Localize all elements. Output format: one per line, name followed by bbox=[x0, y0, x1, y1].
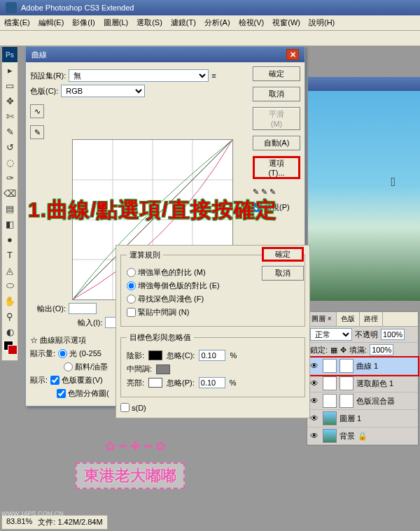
input-label: 輸入(I): bbox=[78, 318, 102, 328]
show-histogram-check[interactable]: 色階分佈圖( bbox=[57, 388, 109, 399]
preset-menu-icon[interactable]: ≡ bbox=[211, 71, 216, 80]
algo-darklight-radio[interactable]: 尋找深色與淺色 (F) bbox=[127, 294, 204, 304]
ok-button[interactable]: 確定 bbox=[253, 66, 300, 81]
layer-row-curves1[interactable]: 👁 曲線 1 bbox=[307, 357, 418, 375]
pct-2: % bbox=[230, 378, 237, 387]
document-titlebar[interactable] bbox=[308, 77, 420, 91]
preset-select[interactable]: 無 bbox=[69, 69, 209, 82]
brush-tool[interactable]: ◌ bbox=[2, 155, 18, 170]
zoom-level[interactable]: 83.81% bbox=[6, 517, 32, 528]
target-legend: 目標色彩與忽略值 bbox=[127, 332, 194, 343]
amt-ink-radio[interactable]: 顏料/油墨 bbox=[64, 362, 108, 372]
save-default-check[interactable]: s(D) bbox=[120, 403, 146, 412]
show-channel-overlay-check[interactable]: 色版覆蓋(V) bbox=[50, 375, 103, 385]
visibility-icon[interactable]: 👁 bbox=[310, 378, 320, 388]
menu-edit[interactable]: 編輯(E) bbox=[34, 15, 69, 30]
layer-mask bbox=[340, 359, 354, 373]
hand-tool[interactable]: ✋ bbox=[2, 293, 18, 309]
app-icon bbox=[6, 2, 17, 13]
menu-filter[interactable]: 濾鏡(T) bbox=[167, 15, 200, 30]
background-swatch[interactable] bbox=[8, 345, 18, 355]
opacity-field[interactable] bbox=[381, 329, 405, 340]
layer-row-chanmixer[interactable]: 👁 色版混合器 bbox=[307, 392, 418, 410]
menubar: 檔案(E) 編輯(E) 影像(I) 圖層(L) 選取(S) 濾鏡(T) 分析(A… bbox=[0, 15, 420, 31]
channel-label: 色版(C): bbox=[30, 86, 58, 97]
shadows-label: 陰影: bbox=[127, 351, 144, 361]
curve-point-icon[interactable]: ∿ bbox=[30, 104, 44, 118]
zoom-tool[interactable]: ⚲ bbox=[2, 309, 18, 324]
output-label: 輸出(O): bbox=[37, 304, 66, 314]
gradient-tool[interactable]: ▤ bbox=[2, 201, 18, 216]
layer-row-background[interactable]: 👁 背景 🔒 bbox=[307, 427, 418, 445]
menu-window[interactable]: 視窗(W) bbox=[268, 15, 304, 30]
midtones-label: 中間調: bbox=[127, 364, 152, 374]
fill-field[interactable] bbox=[370, 344, 393, 355]
visibility-icon[interactable]: 👁 bbox=[310, 431, 320, 441]
menu-help[interactable]: 說明(H) bbox=[304, 15, 339, 30]
eraser-tool[interactable]: ⌫ bbox=[2, 185, 18, 201]
lock-pixels-icon[interactable]: ▦ bbox=[330, 346, 337, 355]
layer-row-layer1[interactable]: 👁 圖層 1 bbox=[307, 410, 418, 427]
dodge-tool[interactable]: ● bbox=[2, 232, 18, 247]
shape-tool[interactable]: ⬭ bbox=[2, 278, 18, 293]
color-tool[interactable]: ◐ bbox=[2, 324, 18, 339]
pencil-tool[interactable]: ✎ bbox=[2, 124, 18, 139]
menu-layer[interactable]: 圖層(L) bbox=[99, 15, 132, 30]
channel-select[interactable]: RGB bbox=[61, 85, 145, 97]
shadows-swatch[interactable] bbox=[148, 351, 162, 360]
layers-panel: 圖層 × 色版 路徑 正常 不透明 鎖定: ▦ ✥ 填滿: 👁 曲線 1 👁 選… bbox=[307, 311, 419, 446]
show-options-label[interactable]: ☆ 曲線顯示選項 bbox=[30, 335, 86, 346]
tab-channels[interactable]: 色版 bbox=[337, 312, 360, 326]
lock-position-icon[interactable]: ✥ bbox=[340, 346, 346, 355]
visibility-icon[interactable]: 👁 bbox=[310, 396, 320, 406]
visibility-icon[interactable]: 👁 bbox=[310, 413, 320, 423]
layer-label: 圖層 1 bbox=[340, 413, 361, 424]
menu-select[interactable]: 選取(S) bbox=[132, 15, 167, 30]
layer-thumb bbox=[323, 411, 337, 425]
auto-button[interactable]: 自動(A) bbox=[253, 136, 300, 150]
smudge-tool[interactable]: ◧ bbox=[2, 216, 18, 232]
output-field[interactable] bbox=[69, 303, 97, 314]
crop-tool[interactable]: ✄ bbox=[2, 108, 18, 124]
layer-row-selcolor1[interactable]: 👁 選取顏色 1 bbox=[307, 375, 418, 392]
algo-mono-radio[interactable]: 增強單色的對比 (M) bbox=[127, 267, 206, 278]
document-canvas[interactable]: 𓅯 bbox=[308, 91, 420, 301]
tab-layers[interactable]: 圖層 × bbox=[307, 312, 337, 326]
amt-light-radio[interactable]: 光 (0-255 bbox=[58, 348, 102, 359]
blend-mode-select[interactable]: 正常 bbox=[310, 328, 352, 341]
cancel-button[interactable]: 取消 bbox=[253, 87, 300, 101]
close-icon[interactable]: ✕ bbox=[286, 49, 299, 60]
path-tool[interactable]: ◬ bbox=[2, 262, 18, 278]
lock-icon: 🔒 bbox=[358, 432, 368, 441]
site-url: WWW.16PS.COM.CN bbox=[1, 510, 64, 517]
watermark-text: 東港老大嘟嘟 bbox=[76, 462, 185, 489]
layer-label: 選取顏色 1 bbox=[356, 378, 393, 389]
options-button[interactable]: 選項(T)... bbox=[253, 156, 300, 179]
auto-ok-button[interactable]: 確定 bbox=[262, 247, 304, 262]
move-tool[interactable]: ▸ bbox=[2, 62, 18, 78]
watermark-deco-icon: ✿ ━ ✚ ━ ✿ bbox=[105, 439, 166, 454]
tab-paths[interactable]: 路徑 bbox=[360, 312, 383, 326]
lasso-tool[interactable]: ✥ bbox=[2, 93, 18, 108]
pen-tool[interactable]: ✑ bbox=[2, 170, 18, 185]
rotate-tool[interactable]: ↺ bbox=[2, 139, 18, 155]
snap-midtones-check[interactable]: 緊貼中間調 (N) bbox=[127, 307, 189, 318]
auto-options-dialog: 確定 取消 運算規則 增強單色的對比 (M) 增強每個色版的對比 (E) 尋找深… bbox=[115, 245, 310, 418]
layer-thumb bbox=[323, 394, 337, 408]
menu-file[interactable]: 檔案(E) bbox=[0, 15, 34, 30]
highlights-clip-field[interactable] bbox=[199, 377, 225, 388]
marquee-tool[interactable]: ▭ bbox=[2, 78, 18, 93]
curves-titlebar[interactable]: 曲線 ✕ bbox=[26, 47, 304, 62]
visibility-icon[interactable]: 👁 bbox=[310, 361, 320, 371]
menu-view[interactable]: 檢視(V) bbox=[234, 15, 269, 30]
algo-perchannel-radio[interactable]: 增強每個色版的對比 (E) bbox=[127, 281, 220, 291]
type-tool[interactable]: T bbox=[2, 247, 18, 262]
shadows-clip-field[interactable] bbox=[199, 350, 225, 361]
color-swatches[interactable] bbox=[2, 339, 18, 360]
curve-pencil-icon[interactable]: ✎ bbox=[30, 125, 44, 139]
midtones-swatch[interactable] bbox=[156, 364, 170, 374]
highlights-swatch[interactable] bbox=[148, 378, 162, 388]
menu-analysis[interactable]: 分析(A) bbox=[200, 15, 234, 30]
auto-cancel-button[interactable]: 取消 bbox=[262, 266, 304, 281]
menu-image[interactable]: 影像(I) bbox=[68, 15, 99, 30]
